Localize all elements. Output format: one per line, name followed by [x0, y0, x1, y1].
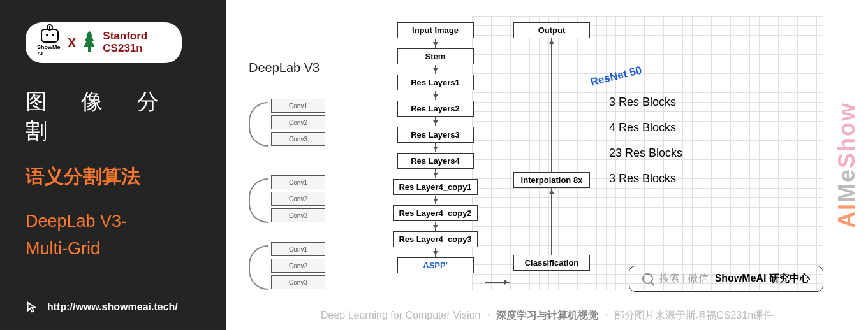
stanford-tree-icon — [81, 29, 98, 56]
footer: Deep Learning for Computer Vision ・ 深度学习… — [226, 309, 868, 322]
flow-box: Res Layers4 — [397, 153, 474, 169]
blocks-label: 3 Res Blocks — [609, 96, 676, 109]
flow-box: Stem — [397, 48, 474, 64]
search-box[interactable]: 搜索 | 微信 ShowMeAI 研究中心 — [629, 266, 823, 292]
conv-box: Conv2 — [271, 192, 325, 206]
cursor-icon — [26, 300, 40, 314]
flow-box: Res Layer4_copy3 — [393, 231, 477, 247]
conv-box: Conv1 — [271, 99, 325, 113]
conv-box: Conv2 — [271, 115, 325, 129]
flow-box: Res Layers3 — [397, 127, 474, 143]
showmeai-icon: ShowMe AI — [37, 29, 63, 57]
class-box: Classification — [513, 255, 590, 271]
search-brand: ShowMeAI 研究中心 — [715, 272, 810, 285]
topic-title: DeepLab V3- Multi-Grid — [26, 208, 201, 262]
flow-box: Res Layers2 — [397, 101, 474, 117]
url-row: http://www.showmeai.tech/ — [26, 300, 178, 314]
output-box: Output — [513, 22, 590, 38]
flow-box: Res Layer4_copy1 — [393, 179, 477, 195]
blocks-label: 4 Res Blocks — [609, 121, 676, 134]
subtitle: 语义分割算法 — [26, 164, 201, 190]
flow-box: Res Layer4_copy2 — [393, 205, 477, 221]
search-hint: 搜索 | 微信 — [659, 272, 709, 285]
search-icon — [642, 273, 653, 284]
stanford-text: Stanford CS231n — [103, 31, 147, 54]
conv-box: Conv1 — [271, 242, 325, 256]
conv-box: Conv2 — [271, 259, 325, 273]
conv-box: Conv1 — [271, 175, 325, 189]
conv-box: Conv3 — [271, 275, 325, 289]
right-panel: DeepLab V3 Conv1 Conv2 Conv3 Conv1 Conv2… — [226, 0, 868, 330]
multigrid-block-3: Conv1 Conv2 Conv3 — [249, 242, 338, 292]
blocks-label: 23 Res Blocks — [609, 147, 682, 160]
connector-line — [485, 282, 510, 283]
flow-box-aspp: ASPP' — [397, 257, 474, 273]
url-text[interactable]: http://www.showmeai.tech/ — [47, 301, 178, 313]
main-flow: Input Image Stem Res Layers1 Res Layers2… — [386, 22, 485, 273]
interp-box: Interpolation 8x — [513, 172, 590, 188]
blocks-label: 3 Res Blocks — [609, 172, 676, 185]
brand-badge: ShowMe AI X Stanford CS231n — [26, 22, 182, 63]
conv-box: Conv3 — [271, 132, 325, 146]
x-separator: X — [68, 36, 76, 50]
conv-box: Conv3 — [271, 208, 325, 222]
category-title: 图 像 分 割 — [26, 87, 201, 146]
flow-box: Res Layers1 — [397, 75, 474, 90]
multigrid-block-2: Conv1 Conv2 Conv3 — [249, 175, 338, 225]
diagram-title: DeepLab V3 — [249, 61, 320, 75]
right-flow: Output Interpolation 8x Classification — [507, 22, 596, 290]
watermark: AIMeShow — [834, 102, 860, 228]
multigrid-block-1: Conv1 Conv2 Conv3 — [249, 99, 338, 148]
left-panel: ShowMe AI X Stanford CS231n 图 像 分 割 语义分割… — [0, 0, 226, 330]
flow-box: Input Image — [397, 22, 474, 38]
